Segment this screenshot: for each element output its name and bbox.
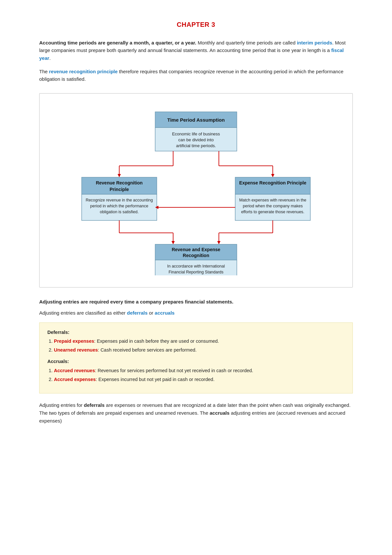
list-item: Unearned revenues: Cash received before … (54, 346, 345, 354)
diagram-container: Time Period Assumption Economic life of … (39, 93, 353, 287)
accrued-revenues-rest: : Revenues for services performed but no… (95, 368, 253, 373)
adjusting-section: Adjusting entries are required every tim… (39, 298, 353, 425)
adj-para2-mid: or (148, 310, 155, 316)
chapter-title: CHAPTER 3 (39, 20, 353, 30)
svg-marker-32 (172, 241, 175, 244)
svg-text:Expense Recognition Principle: Expense Recognition Principle (239, 180, 306, 185)
svg-text:artificial time periods.: artificial time periods. (176, 143, 216, 148)
svg-text:Time Period Assumption: Time Period Assumption (167, 117, 225, 123)
svg-rect-21 (235, 177, 310, 194)
prepaid-expenses-term: Prepaid expenses (54, 338, 94, 344)
accrued-expenses-term: Accrued expenses (54, 377, 96, 382)
paragraph-1: Accounting time periods are generally a … (39, 39, 353, 62)
svg-marker-9 (118, 174, 121, 177)
svg-text:Recognition: Recognition (183, 253, 209, 258)
adj-deferrals-link: deferrals (127, 310, 147, 316)
list-item: Prepaid expenses: Expenses paid in cash … (54, 338, 345, 345)
svg-text:period in which the performanc: period in which the performance (90, 204, 148, 208)
svg-text:Financial Reporting Standards: Financial Reporting Standards (169, 270, 223, 274)
svg-marker-36 (217, 241, 220, 244)
unearned-revenues-rest: : Cash received before services are perf… (98, 347, 197, 353)
p2-blue-text: revenue recognition principle (49, 69, 118, 74)
svg-text:Match expenses with revenues i: Match expenses with revenues in the (239, 198, 306, 202)
final-paragraph: Adjusting entries for deferrals are expe… (39, 401, 353, 425)
accruals-list: Accrued revenues: Revenues for services … (54, 367, 345, 383)
accruals-label: Accruals: (47, 358, 345, 365)
adj-accruals-link: accruals (155, 310, 175, 316)
unearned-revenues-term: Unearned revenues (54, 347, 98, 353)
final-bold1: deferrals (84, 402, 105, 408)
accrued-expenses-rest: : Expenses incurred but not yet paid in … (96, 377, 215, 382)
list-item: Accrued revenues: Revenues for services … (54, 367, 345, 374)
svg-text:efforts to generate those reve: efforts to generate those revenues. (241, 210, 304, 214)
yellow-box: Deferrals: Prepaid expenses: Expenses pa… (39, 322, 353, 393)
p2-pre-text: The (39, 69, 49, 74)
adj-para2-pre: Adjusting entries are classified as eith… (39, 310, 127, 316)
svg-text:period when the company makes: period when the company makes (243, 204, 302, 208)
svg-text:Principle: Principle (109, 187, 129, 192)
adj-title-rest: are (79, 299, 90, 304)
svg-text:In accordance with Internation: In accordance with International (167, 264, 225, 269)
paragraph-2: The revenue recognition principle theref… (39, 68, 353, 83)
svg-text:Revenue Recognition: Revenue Recognition (96, 180, 142, 185)
prepaid-expenses-rest: : Expenses paid in cash before they are … (94, 338, 219, 344)
p1-end-text: . (49, 55, 51, 61)
p1-bold-text: Accounting time periods are generally a … (39, 40, 196, 45)
deferrals-label: Deferrals: (47, 329, 345, 336)
list-item: Accrued expenses: Expenses incurred but … (54, 376, 345, 383)
svg-text:can be divided into: can be divided into (178, 137, 214, 142)
svg-text:Revenue and Expense: Revenue and Expense (172, 247, 220, 252)
adj-para2: Adjusting entries are classified as eith… (39, 309, 353, 317)
svg-text:Economic life of business: Economic life of business (172, 131, 220, 136)
accrued-revenues-term: Accrued revenues (54, 368, 95, 373)
diagram-svg: Time Period Assumption Economic life of … (49, 105, 343, 275)
final-bold2: accruals (210, 410, 230, 416)
deferrals-list: Prepaid expenses: Expenses paid in cash … (54, 338, 345, 354)
p1-interim-link: interim periods (297, 40, 332, 45)
final-pre: Adjusting entries for (39, 402, 84, 408)
svg-text:Recognize revenue in the accou: Recognize revenue in the accounting (86, 198, 153, 202)
adj-title: Adjusting entries are required every tim… (39, 298, 353, 305)
svg-text:obligation is satisfied.: obligation is satisfied. (100, 210, 139, 214)
adj-title-bold2: required every time a company prepares f… (89, 299, 233, 304)
svg-marker-13 (271, 174, 274, 177)
adj-title-bold1: Adjusting entries (39, 299, 79, 304)
p1-text-rest: Monthly and quarterly time periods are c… (196, 40, 297, 45)
